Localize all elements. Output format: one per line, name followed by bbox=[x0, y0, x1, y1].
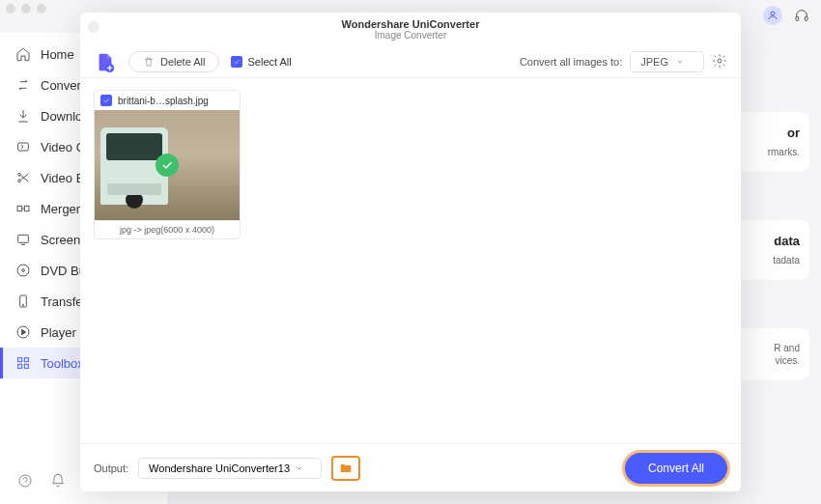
image-converter-modal: Wondershare UniConverter Image Converter… bbox=[80, 13, 741, 491]
svg-rect-16 bbox=[18, 364, 22, 368]
select-all-label: Select All bbox=[247, 56, 291, 68]
svg-point-0 bbox=[771, 12, 775, 15]
select-all-checkbox[interactable]: Select All bbox=[231, 56, 291, 68]
svg-point-4 bbox=[18, 173, 21, 176]
svg-point-20 bbox=[718, 59, 722, 63]
modal-subtitle: Image Converter bbox=[375, 30, 446, 41]
output-format-select[interactable]: JPEG bbox=[630, 51, 704, 72]
file-name: brittani-b…splash.jpg bbox=[118, 96, 209, 106]
delete-all-label: Delete All bbox=[160, 56, 205, 68]
sidebar-item-label: DVD Bu bbox=[41, 264, 86, 278]
modal-close-dot[interactable] bbox=[88, 21, 99, 33]
svg-rect-2 bbox=[805, 16, 807, 20]
card-header: brittani-b…splash.jpg bbox=[95, 91, 240, 110]
home-icon bbox=[15, 46, 31, 62]
header-right bbox=[763, 6, 811, 25]
convert-icon bbox=[15, 77, 31, 93]
sidebar-item-label: Convert bbox=[41, 78, 85, 93]
disc-icon bbox=[15, 263, 31, 278]
output-path-select[interactable]: Wondershare UniConverter13 bbox=[138, 458, 322, 479]
trash-icon bbox=[143, 56, 155, 68]
avatar[interactable] bbox=[763, 6, 782, 25]
settings-button[interactable] bbox=[712, 53, 727, 70]
transfer-icon bbox=[15, 294, 31, 309]
help-icon[interactable] bbox=[17, 473, 33, 492]
image-card[interactable]: brittani-b…splash.jpg jpg -> jpeg(6000 x… bbox=[94, 90, 241, 239]
svg-point-10 bbox=[22, 269, 25, 272]
svg-rect-17 bbox=[24, 364, 28, 368]
modal-titlebar: Wondershare UniConverter Image Converter bbox=[80, 13, 741, 45]
svg-rect-14 bbox=[18, 358, 22, 362]
svg-point-9 bbox=[17, 265, 29, 276]
svg-rect-8 bbox=[18, 235, 29, 242]
modal-title: Wondershare UniConverter bbox=[342, 18, 480, 30]
traffic-minimize[interactable] bbox=[21, 4, 31, 14]
play-icon bbox=[15, 324, 31, 340]
svg-rect-1 bbox=[796, 16, 799, 20]
sidebar-item-label: Player bbox=[41, 325, 76, 340]
output-label: Output: bbox=[94, 462, 128, 474]
traffic-zoom[interactable] bbox=[37, 4, 46, 14]
traffic-close[interactable] bbox=[6, 4, 15, 14]
format-value: JPEG bbox=[640, 56, 668, 68]
add-file-button[interactable] bbox=[94, 50, 117, 73]
merger-icon bbox=[15, 201, 31, 216]
scissors-icon bbox=[15, 170, 31, 185]
folder-icon bbox=[339, 462, 353, 475]
grid-icon bbox=[15, 355, 31, 371]
file-thumbnail bbox=[95, 110, 240, 220]
sidebar-item-label: Toolbox bbox=[41, 356, 84, 371]
success-badge-icon bbox=[156, 154, 179, 177]
chevron-down-icon bbox=[296, 464, 303, 472]
sidebar-item-label: Video C bbox=[41, 140, 85, 154]
sidebar-item-label: Merger bbox=[41, 202, 80, 216]
compress-icon bbox=[15, 139, 31, 154]
convert-to-label: Convert all images to: bbox=[520, 56, 622, 68]
svg-point-18 bbox=[19, 475, 31, 487]
window-traffic-lights bbox=[0, 0, 52, 17]
chevron-down-icon bbox=[676, 58, 684, 66]
sidebar-item-label: Video E bbox=[41, 171, 84, 185]
screen-icon bbox=[15, 232, 31, 247]
output-path-value: Wondershare UniConverter13 bbox=[149, 462, 290, 474]
svg-rect-7 bbox=[24, 206, 29, 210]
file-checkbox[interactable] bbox=[100, 95, 112, 106]
file-grid: brittani-b…splash.jpg jpg -> jpeg(6000 x… bbox=[80, 78, 741, 443]
convert-all-button[interactable]: Convert All bbox=[625, 453, 727, 484]
download-icon bbox=[15, 108, 31, 124]
sidebar-item-label: Home bbox=[41, 47, 74, 62]
svg-point-5 bbox=[18, 180, 21, 182]
delete-all-button[interactable]: Delete All bbox=[128, 51, 219, 72]
svg-rect-6 bbox=[17, 206, 22, 210]
open-folder-button[interactable] bbox=[331, 456, 360, 481]
svg-point-12 bbox=[22, 304, 23, 305]
toolbar-right: Convert all images to: JPEG bbox=[520, 51, 727, 72]
file-status: jpg -> jpeg(6000 x 4000) bbox=[95, 220, 240, 238]
svg-rect-15 bbox=[24, 358, 28, 362]
modal-toolbar: Delete All Select All Convert all images… bbox=[80, 45, 741, 78]
checkbox-checked-icon bbox=[231, 56, 242, 68]
bell-icon[interactable] bbox=[50, 473, 66, 492]
modal-bottombar: Output: Wondershare UniConverter13 Conve… bbox=[80, 443, 741, 491]
headphones-icon[interactable] bbox=[792, 6, 811, 25]
sidebar-item-label: Screen bbox=[41, 233, 80, 247]
